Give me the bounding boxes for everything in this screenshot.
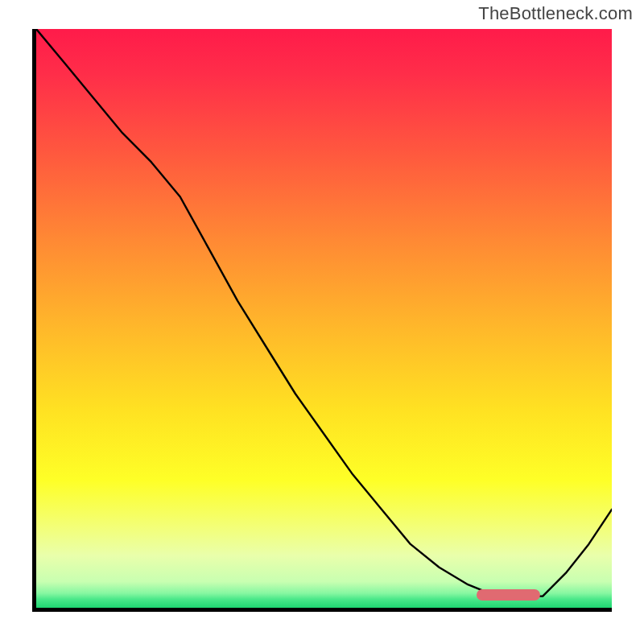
x-axis — [32, 608, 612, 612]
gradient-background — [36, 29, 612, 608]
svg-rect-0 — [36, 29, 612, 608]
y-axis — [32, 29, 36, 612]
optimal-marker — [477, 589, 540, 601]
watermark-label: TheBottleneck.com — [478, 3, 633, 24]
chart-container: TheBottleneck.com — [0, 0, 644, 644]
